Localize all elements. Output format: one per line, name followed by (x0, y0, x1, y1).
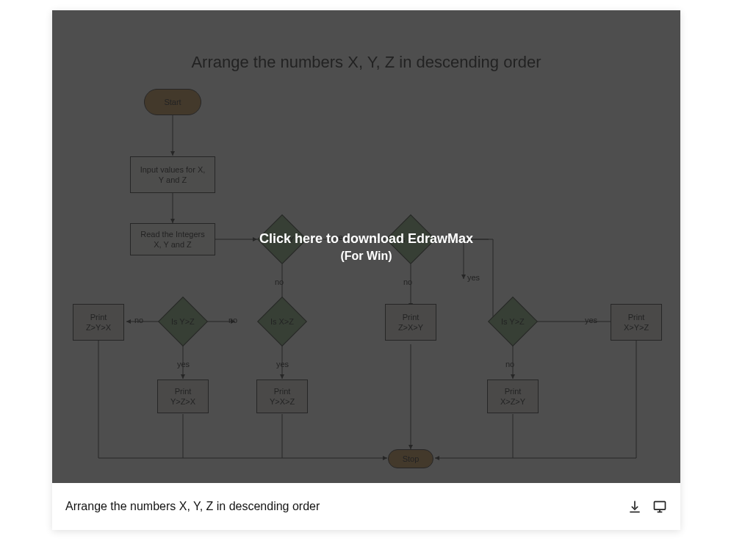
overlay-line1: Click here to download EdrawMax (259, 231, 473, 247)
overlay-line2: (For Win) (340, 250, 392, 263)
download-overlay[interactable]: Click here to download EdrawMax (For Win… (52, 10, 680, 483)
preview-icon[interactable] (652, 499, 667, 514)
card-footer: Arrange the numbers X, Y, Z in descendin… (52, 483, 680, 530)
template-card: Arrange the numbers X, Y, Z in descendin… (52, 10, 680, 530)
footer-title: Arrange the numbers X, Y, Z in descendin… (65, 500, 320, 513)
download-icon[interactable] (627, 499, 642, 514)
diagram-canvas: Arrange the numbers X, Y, Z in descendin… (52, 10, 680, 483)
footer-actions (627, 499, 667, 514)
page: Arrange the numbers X, Y, Z in descendin… (0, 0, 756, 541)
svg-rect-13 (655, 501, 666, 509)
